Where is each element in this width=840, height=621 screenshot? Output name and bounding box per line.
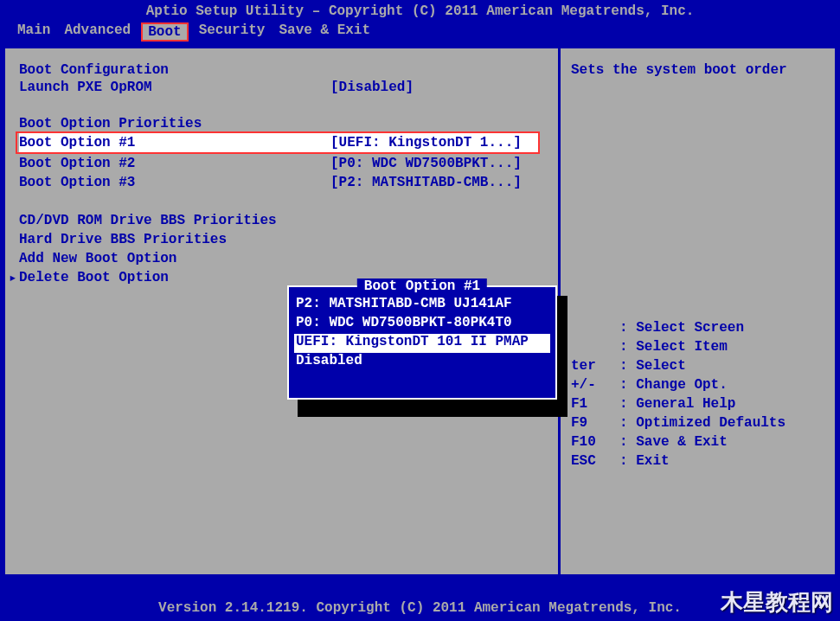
cdrom-priorities-row[interactable]: CD/DVD ROM Drive BBS Priorities — [19, 211, 551, 230]
help-desc-1: : Select Item — [619, 339, 728, 358]
hdd-priorities-row[interactable]: Hard Drive BBS Priorities — [19, 230, 551, 249]
help-row-0: : Select Screen — [571, 320, 828, 339]
boot-config-header: Boot Configuration — [19, 62, 551, 78]
help-desc-0: : Select Screen — [619, 320, 744, 339]
launch-pxe-label: Launch PXE OpROM — [19, 80, 330, 95]
help-key-7: ESC — [571, 453, 619, 472]
boot-option-1-label: Boot Option #1 — [19, 135, 330, 150]
help-desc-4: : General Help — [619, 396, 735, 415]
left-panel: Boot Configuration Launch PXE OpROM [Dis… — [5, 48, 558, 574]
menu-main[interactable]: Main — [17, 22, 50, 42]
boot-option-3-label: Boot Option #3 — [19, 175, 330, 190]
triangle-icon: ▸ — [9, 269, 17, 286]
boot-priorities-header: Boot Option Priorities — [19, 116, 551, 131]
help-desc-5: : Optimized Defaults — [619, 415, 785, 434]
help-desc-3: : Change Opt. — [619, 377, 728, 396]
help-key-6: F10 — [571, 434, 619, 453]
menu-save-exit[interactable]: Save & Exit — [279, 22, 370, 42]
help-key-3: +/- — [571, 377, 619, 396]
add-new-boot-label: Add New Boot Option — [19, 251, 176, 266]
boot-option-1-highlight: Boot Option #1 [UEFI: KingstonDT 1...] — [16, 131, 540, 154]
help-key-1 — [571, 339, 619, 358]
help-key-2: ter — [571, 358, 619, 377]
help-keys-section: : Select Screen : Select Item ter : Sele… — [571, 320, 828, 472]
cdrom-priorities-label: CD/DVD ROM Drive BBS Priorities — [19, 213, 277, 228]
popup-items: P2: MATSHITABD-CMB UJ141AF P0: WDC WD750… — [289, 287, 555, 377]
hdd-priorities-label: Hard Drive BBS Priorities — [19, 232, 227, 247]
watermark: 木星教程网 — [721, 587, 833, 618]
menu-advanced[interactable]: Advanced — [64, 22, 131, 42]
help-row-6: F10 : Save & Exit — [571, 434, 828, 453]
help-row-7: ESC : Exit — [571, 453, 828, 472]
boot-option-3-row[interactable]: Boot Option #3 [P2: MATSHITABD-CMB...] — [19, 173, 551, 192]
boot-option-2-value: [P0: WDC WD7500BPKT...] — [330, 156, 522, 171]
boot-option-1-row[interactable]: Boot Option #1 [UEFI: KingstonDT 1...] — [19, 133, 538, 152]
add-new-boot-row[interactable]: Add New Boot Option — [19, 249, 551, 268]
right-panel: Sets the system boot order : Select Scre… — [558, 48, 835, 574]
footer-text: Version 2.14.1219. Copyright (C) 2011 Am… — [158, 600, 682, 616]
menu-bar: Main Advanced Boot Security Save & Exit — [0, 21, 840, 47]
boot-option-2-label: Boot Option #2 — [19, 156, 330, 171]
help-key-4: F1 — [571, 396, 619, 415]
menu-boot[interactable]: Boot — [141, 22, 188, 42]
popup-item-2[interactable]: UEFI: KingstonDT 101 II PMAP — [294, 334, 550, 353]
delete-boot-label: Delete Boot Option — [19, 270, 169, 285]
popup-item-3[interactable]: Disabled — [294, 353, 550, 372]
help-desc-7: : Exit — [619, 453, 670, 472]
help-row-5: F9 : Optimized Defaults — [571, 415, 828, 434]
help-row-2: ter : Select — [571, 358, 828, 377]
help-desc-2: : Select — [619, 358, 686, 377]
help-key-0 — [571, 320, 619, 339]
boot-option-3-value: [P2: MATSHITABD-CMB...] — [330, 175, 522, 190]
main-area: Boot Configuration Launch PXE OpROM [Dis… — [3, 47, 837, 576]
bios-title: Aptio Setup Utility – Copyright (C) 2011… — [146, 3, 695, 19]
help-desc-6: : Save & Exit — [619, 434, 728, 453]
launch-pxe-value: [Disabled] — [330, 80, 414, 95]
popup-title: Boot Option #1 — [357, 278, 487, 294]
help-key-5: F9 — [571, 415, 619, 434]
popup-item-0[interactable]: P2: MATSHITABD-CMB UJ141AF — [294, 296, 550, 315]
bios-header: Aptio Setup Utility – Copyright (C) 2011… — [0, 0, 840, 21]
popup-item-1[interactable]: P0: WDC WD7500BPKT-80PK4T0 — [294, 315, 550, 334]
help-description: Sets the system boot order — [571, 62, 828, 78]
bios-footer: Version 2.14.1219. Copyright (C) 2011 Am… — [0, 595, 840, 621]
boot-option-popup: Boot Option #1 P2: MATSHITABD-CMB UJ141A… — [287, 285, 557, 400]
help-row-1: : Select Item — [571, 339, 828, 358]
help-row-3: +/- : Change Opt. — [571, 377, 828, 396]
help-row-4: F1 : General Help — [571, 396, 828, 415]
menu-security[interactable]: Security — [199, 22, 266, 42]
boot-option-2-row[interactable]: Boot Option #2 [P0: WDC WD7500BPKT...] — [19, 154, 551, 173]
launch-pxe-row[interactable]: Launch PXE OpROM [Disabled] — [19, 78, 551, 97]
boot-option-1-value: [UEFI: KingstonDT 1...] — [330, 135, 522, 150]
